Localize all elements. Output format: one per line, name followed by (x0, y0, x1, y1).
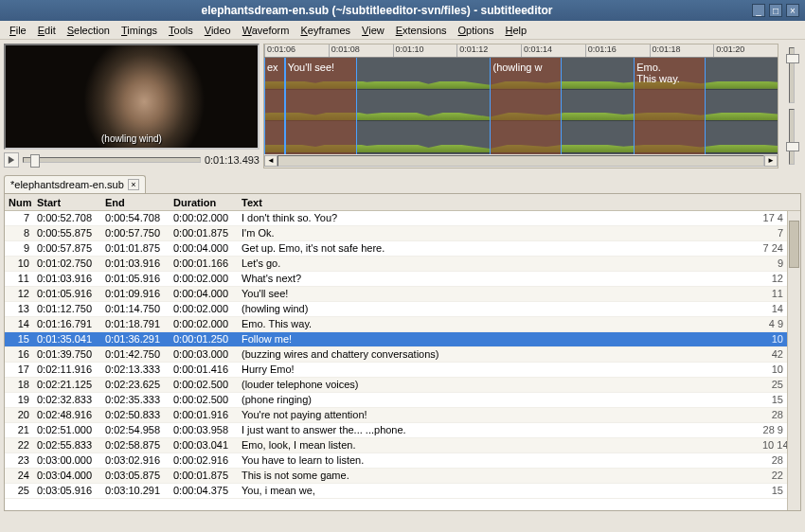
menu-selection[interactable]: Selection (62, 23, 116, 38)
menu-timings[interactable]: Timings (116, 23, 163, 38)
table-row[interactable]: 100:01:02.7500:01:03.9160:00:01.166Let's… (5, 257, 787, 272)
tab-label: *elephantsdream-en.sub (10, 179, 124, 190)
waveform-clip[interactable]: (howling w (490, 58, 562, 154)
menu-help[interactable]: Help (499, 23, 532, 38)
menubar: FileEditSelectionTimingsToolsVideoWavefo… (0, 21, 805, 40)
table-row[interactable]: 250:03:05.9160:03:10.2910:00:04.375You, … (5, 484, 787, 499)
close-button[interactable]: × (786, 4, 799, 17)
table-row[interactable]: 90:00:57.8750:01:01.8750:00:04.000Get up… (5, 241, 787, 257)
minimize-button[interactable]: _ (752, 4, 765, 17)
waveform-panel: 0:01:060:01:080:01:100:01:120:01:140:01:… (263, 44, 778, 168)
menu-keyframes[interactable]: Keyframes (295, 23, 356, 38)
window-title: elephantsdream-en.sub (~/subtitleeditor-… (6, 4, 748, 17)
menu-waveform[interactable]: Waveform (237, 23, 295, 38)
menu-video[interactable]: Video (199, 23, 237, 38)
document-tab[interactable]: *elephantsdream-en.sub × (4, 175, 146, 193)
grid-header[interactable]: Num Start End Duration Text (5, 194, 800, 211)
waveform-hscroll[interactable]: ◄ ► (264, 154, 778, 168)
video-still (6, 45, 258, 148)
menu-extensions[interactable]: Extensions (390, 23, 453, 38)
waveform-ruler[interactable]: 0:01:060:01:080:01:100:01:120:01:140:01:… (264, 44, 778, 58)
table-row[interactable]: 130:01:12.7500:01:14.7500:00:02.000(howl… (5, 302, 787, 317)
menu-view[interactable]: View (356, 23, 390, 38)
menu-edit[interactable]: Edit (32, 23, 62, 38)
svg-marker-0 (9, 156, 14, 164)
menu-file[interactable]: File (4, 23, 32, 38)
waveform-clip[interactable]: Emo. This way. (634, 58, 706, 154)
document-tabbar: *elephantsdream-en.sub × (0, 172, 805, 193)
table-row[interactable]: 110:01:03.9160:01:05.9160:00:02.000What'… (5, 272, 787, 287)
table-row[interactable]: 220:02:55.8330:02:58.8750:00:03.041Emo, … (5, 438, 787, 453)
waveform-clip[interactable]: You'll see! (285, 58, 357, 154)
col-start[interactable]: Start (33, 196, 101, 209)
grid-vscroll[interactable] (787, 211, 800, 510)
table-row[interactable]: 120:01:05.9160:01:09.9160:00:04.000You'l… (5, 287, 787, 302)
menu-tools[interactable]: Tools (163, 23, 199, 38)
table-row[interactable]: 240:03:04.0000:03:05.8750:00:01.875This … (5, 469, 787, 484)
seek-thumb[interactable] (30, 154, 40, 168)
table-row[interactable]: 80:00:55.8750:00:57.7500:00:01.875I'm Ok… (5, 226, 787, 241)
col-num[interactable]: Num (5, 196, 33, 209)
col-text[interactable]: Text (238, 196, 772, 209)
video-panel: (howling wind) 0:01:13.493 (4, 44, 259, 168)
scale-slider[interactable] (789, 109, 795, 165)
maximize-button[interactable]: □ (769, 4, 782, 17)
waveform-body[interactable]: exYou'll see!(howling wEmo. This way. (264, 58, 778, 154)
scroll-left-button[interactable]: ◄ (264, 155, 277, 167)
seek-slider[interactable] (23, 157, 201, 163)
table-row[interactable]: 170:02:11.9160:02:13.3330:00:01.416Hurry… (5, 363, 787, 378)
menu-options[interactable]: Options (453, 23, 500, 38)
zoom-slider[interactable] (789, 47, 795, 103)
tab-close-button[interactable]: × (128, 179, 139, 190)
table-row[interactable]: 180:02:21.1250:02:23.6250:00:02.500(loud… (5, 378, 787, 393)
table-row[interactable]: 140:01:16.7910:01:18.7910:00:02.000Emo. … (5, 317, 787, 332)
scrollbar-thumb[interactable] (789, 221, 799, 268)
scroll-right-button[interactable]: ► (764, 155, 778, 167)
titlebar: elephantsdream-en.sub (~/subtitleeditor-… (0, 0, 805, 21)
waveform-side-sliders (782, 44, 801, 168)
col-end[interactable]: End (101, 196, 170, 209)
table-row[interactable]: 230:03:00.0000:03:02.9160:00:02.916You h… (5, 453, 787, 469)
play-button[interactable] (4, 152, 19, 168)
table-row[interactable]: 150:01:35.0410:01:36.2910:00:01.250Follo… (5, 332, 787, 347)
waveform-clip[interactable]: ex (264, 58, 285, 154)
video-caption: (howling wind) (6, 133, 258, 144)
subtitle-grid: Num Start End Duration Text 70:00:52.708… (4, 193, 801, 511)
table-row[interactable]: 190:02:32.8330:02:35.3330:00:02.500(phon… (5, 393, 787, 408)
timecode: 0:01:13.493 (205, 154, 259, 166)
grid-body[interactable]: 70:00:52.7080:00:54.7080:00:02.000I don'… (5, 211, 787, 510)
play-icon (8, 156, 15, 164)
video-preview[interactable]: (howling wind) (4, 44, 259, 150)
col-duration[interactable]: Duration (170, 196, 238, 209)
table-row[interactable]: 200:02:48.9160:02:50.8330:00:01.916You'r… (5, 408, 787, 423)
table-row[interactable]: 160:01:39.7500:01:42.7500:00:03.000(buzz… (5, 347, 787, 363)
table-row[interactable]: 70:00:52.7080:00:54.7080:00:02.000I don'… (5, 211, 787, 226)
table-row[interactable]: 210:02:51.0000:02:54.9580:00:03.958I jus… (5, 423, 787, 438)
